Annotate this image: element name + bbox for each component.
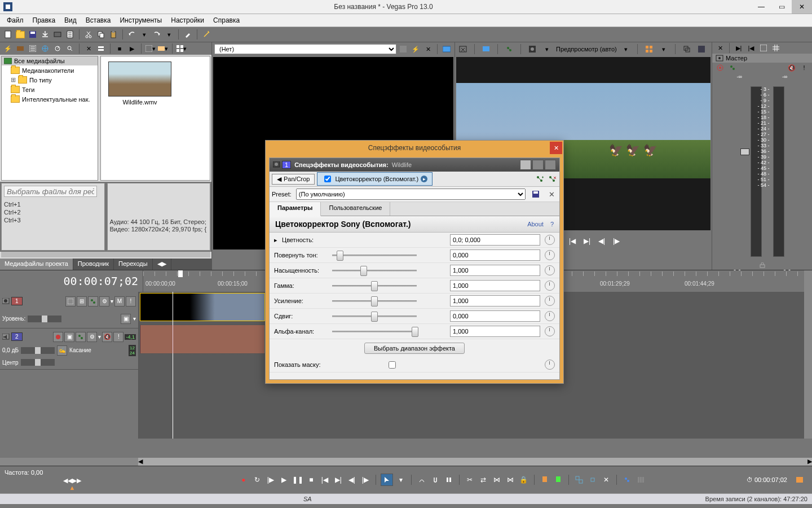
frame-back-icon[interactable]: ◀| (596, 235, 607, 247)
track-level-slider[interactable] (28, 316, 61, 322)
play-media-icon[interactable]: ▶ (126, 43, 138, 54)
fx-dialog[interactable]: Спецэффекты видеособытия ✕ 1 Спецэффекты… (265, 140, 564, 384)
undo-icon[interactable] (126, 29, 138, 40)
fx-gamma-keyframe-icon[interactable] (545, 281, 555, 291)
fx-remove-chain-icon[interactable] (547, 174, 557, 184)
menu-view[interactable]: Вид (60, 15, 81, 26)
trimmer-select[interactable]: (Нет) (214, 44, 396, 54)
redo-icon[interactable] (151, 29, 162, 40)
preview-monitor-icon[interactable] (480, 43, 492, 55)
fx-sat-slider[interactable] (360, 266, 367, 276)
fx-hue-value[interactable] (450, 249, 540, 261)
fx-shift-keyframe-icon[interactable] (545, 311, 555, 321)
snapping-button[interactable] (430, 474, 441, 485)
fx-chip-enable-checkbox[interactable] (324, 176, 331, 182)
menu-insert[interactable]: Вставка (81, 15, 116, 26)
selection-tool-dd[interactable]: ▾ (395, 474, 407, 485)
new-icon[interactable] (2, 29, 14, 40)
web-icon[interactable] (39, 43, 51, 54)
prev-icon[interactable]: |◀ (567, 235, 578, 247)
tree-item[interactable]: Интеллектуальные нак. (2, 94, 98, 104)
media-thumbnail[interactable] (108, 62, 171, 97)
preview-split-dd-icon[interactable]: ▾ (541, 43, 553, 55)
track-bypass-icon[interactable] (65, 296, 76, 306)
tab-project-media[interactable]: Медиафайлы проекта (0, 259, 73, 270)
track-rec-icon[interactable] (53, 332, 63, 342)
maximize-button[interactable]: ▭ (771, 0, 792, 14)
region-button[interactable] (553, 474, 564, 485)
track-bypass-icon[interactable]: ▣ (64, 332, 74, 342)
menu-edit[interactable]: Правка (28, 15, 60, 26)
tree-item[interactable]: Медианакопители (2, 65, 98, 75)
fx-about-link[interactable]: About (527, 221, 544, 227)
fx-alpha-value[interactable] (450, 326, 540, 337)
fx-chroma-keyframe-icon[interactable] (545, 235, 555, 245)
fx-view1-icon[interactable] (520, 160, 531, 170)
ruler-tool[interactable]: ✕ (601, 474, 612, 485)
fx-gain-keyframe-icon[interactable] (545, 296, 555, 306)
zoom-tool-2[interactable] (587, 474, 598, 485)
brush-icon[interactable] (182, 29, 193, 40)
master-grid-icon[interactable] (770, 42, 782, 54)
pause-button[interactable]: ❚❚ (292, 474, 303, 485)
master-in-icon[interactable]: ▶| (733, 42, 744, 54)
track-fx-icon[interactable] (88, 296, 98, 306)
menu-help[interactable]: Справка (209, 15, 244, 26)
fx-close-button[interactable]: ✕ (550, 142, 562, 154)
preview-ext-icon[interactable] (457, 43, 469, 55)
cut-tl-button[interactable]: ✂ (464, 474, 475, 485)
fx-sat-value[interactable] (450, 265, 540, 276)
go-start-button[interactable]: |◀ (319, 474, 330, 485)
track-solo-icon[interactable]: ! (126, 296, 136, 306)
track-touch-icon[interactable]: ✍ (57, 345, 67, 356)
close-button[interactable]: ✕ (792, 0, 812, 14)
preview-split-icon[interactable] (527, 43, 538, 55)
fx-alpha-slider[interactable] (412, 327, 418, 337)
auto-crossfade-button[interactable]: ⋈ (505, 474, 516, 485)
trimmer-x-icon[interactable]: ✕ (422, 43, 434, 55)
master-solo-icon[interactable]: ! (798, 62, 810, 73)
timeline-vscroll[interactable] (804, 292, 812, 439)
fx-help-link[interactable]: ? (550, 221, 554, 227)
media-dd2-icon[interactable]: ▾ (157, 43, 169, 54)
fx-gamma-slider[interactable] (371, 281, 378, 291)
fx-mask-checkbox[interactable] (389, 361, 396, 369)
marker-button[interactable] (539, 474, 550, 485)
redo-dropdown-icon[interactable]: ▾ (164, 29, 175, 40)
preview-save-icon[interactable] (696, 43, 707, 55)
media-props-icon[interactable] (27, 43, 38, 54)
track-motion-icon[interactable]: ⊞ (77, 296, 87, 306)
play-start-button[interactable]: |▶ (265, 474, 276, 485)
fx-mask-keyframe-icon[interactable] (545, 360, 555, 370)
fx-preset-save-icon[interactable] (530, 189, 541, 200)
fx-chip-pancrop[interactable]: ◀Pan/Crop (272, 174, 315, 185)
stop-media-icon[interactable]: ■ (114, 43, 125, 54)
fx-hue-keyframe-icon[interactable] (545, 250, 555, 260)
audio-clip[interactable] (140, 325, 265, 354)
copy-icon[interactable] (95, 29, 107, 40)
tab-explorer[interactable]: Проводник (73, 259, 114, 270)
trimmer-window-icon[interactable] (441, 43, 452, 55)
render-icon[interactable] (52, 29, 63, 40)
preview-copy-icon[interactable] (681, 43, 692, 55)
status-zoom-icon[interactable] (794, 474, 805, 485)
tab-transitions[interactable]: Переходы (114, 259, 153, 270)
media-tree[interactable]: Все медиафайлы Медианакопители ⊞По типу … (1, 56, 98, 181)
preview-overlay-icon[interactable] (643, 43, 655, 55)
normal-edit-tool[interactable] (381, 474, 393, 486)
lock-button[interactable]: 🔒 (518, 474, 529, 485)
fx-dialog-title[interactable]: Спецэффекты видеособытия (266, 141, 563, 155)
envelope-tool[interactable] (416, 474, 427, 485)
next-icon[interactable]: ▶| (581, 235, 593, 247)
master-x-icon[interactable]: ✕ (714, 42, 726, 54)
save-icon[interactable] (27, 29, 38, 40)
fx-chip-colorcorrector[interactable]: Цветокорректор (Вспомогат.)▸ (317, 172, 433, 186)
fx-chain-button[interactable] (621, 474, 633, 485)
master-target-icon[interactable] (714, 62, 726, 73)
media-file-list[interactable]: Wildlife.wmv (100, 56, 210, 181)
track-auto-icon[interactable]: ⚙ (87, 332, 97, 342)
cut-icon[interactable] (83, 29, 94, 40)
fx-tab-params[interactable]: Параметры (270, 202, 321, 216)
video-clip[interactable] (140, 293, 265, 321)
fx-sat-keyframe-icon[interactable] (545, 265, 555, 275)
